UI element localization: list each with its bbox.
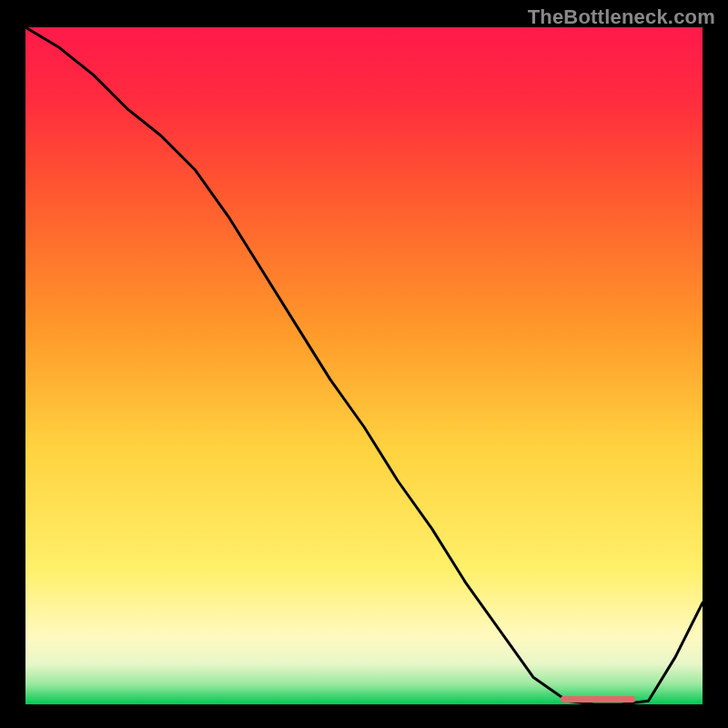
chart-frame: TheBottleneck.com bbox=[0, 0, 728, 728]
watermark-text: TheBottleneck.com bbox=[528, 5, 715, 29]
gradient-rect bbox=[25, 27, 703, 704]
plot-gradient-fill bbox=[25, 27, 703, 704]
plot-area bbox=[23, 25, 705, 707]
optimal-range-marker bbox=[561, 696, 635, 703]
plot-svg bbox=[25, 27, 703, 704]
